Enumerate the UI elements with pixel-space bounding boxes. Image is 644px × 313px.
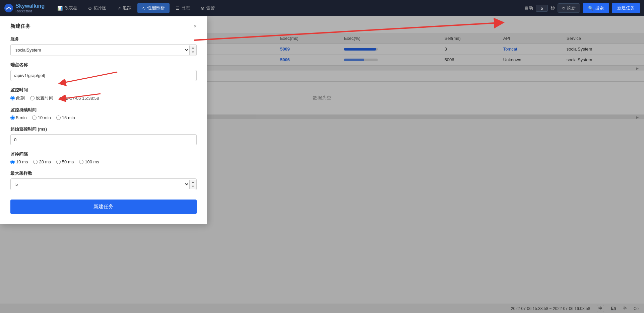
radio-20ms[interactable]: 20 ms <box>33 159 51 164</box>
chart-icon: 📊 <box>57 6 63 11</box>
radio-monitor-set-input[interactable] <box>30 96 35 100</box>
app-name: Skywalking <box>15 3 45 9</box>
radio-100ms-label: 100 ms <box>85 159 99 164</box>
max-samples-select-wrapper: 5 10 20 ▲ ▼ <box>10 178 197 190</box>
radio-50ms-input[interactable] <box>56 160 61 164</box>
nav-dashboard[interactable]: 📊 仪表盘 <box>53 3 82 13</box>
radio-monitor-set-label: 设置时间 <box>36 95 53 101</box>
max-samples-label: 最大采样数 <box>10 170 197 176</box>
auto-label: 自动 <box>524 5 533 11</box>
max-samples-spinners: ▲ ▼ <box>189 180 196 189</box>
nav-dashboard-label: 仪表盘 <box>64 5 77 11</box>
seconds-input[interactable] <box>536 5 548 12</box>
form-group-duration: 监控持续时间 5 min 10 min 15 min <box>10 107 197 120</box>
nav-performance[interactable]: ∿ 性能剖析 <box>137 3 170 13</box>
refresh-button[interactable]: ↻ 刷新 <box>558 3 580 13</box>
service-select-wrapper: socialSystem ▲ ▼ <box>10 44 197 56</box>
modal-title-bar: 新建任务 × <box>10 23 197 29</box>
log-icon: ☰ <box>176 6 180 11</box>
endpoint-input[interactable] <box>10 70 197 81</box>
form-group-interval: 监控间隔 10 ms 20 ms 50 ms 100 ms <box>10 151 197 164</box>
monitor-time-label: 监控时间 <box>10 87 197 93</box>
topology-icon: ⊙ <box>88 6 92 11</box>
nav-alert-label: 告警 <box>206 5 215 11</box>
seconds-label: 秒 <box>551 5 555 11</box>
nav-right: 自动 秒 ↻ 刷新 🔍 搜索 新建任务 <box>524 3 640 13</box>
form-group-endpoint: 端点名称 <box>10 62 197 81</box>
form-group-monitor-time: 监控时间 此刻 设置时间 2022-07-06 15:38:58 <box>10 87 197 101</box>
new-task-nav-label: 新建任务 <box>617 5 635 10</box>
new-task-nav-button[interactable]: 新建任务 <box>612 3 640 13</box>
duration-label: 监控持续时间 <box>10 107 197 113</box>
min-time-label: 起始监控时间 (ms) <box>10 126 197 132</box>
nav-log[interactable]: ☰ 日志 <box>171 3 195 13</box>
service-spinners: ▲ ▼ <box>189 46 196 55</box>
radio-50ms[interactable]: 50 ms <box>56 159 74 164</box>
app-logo: Skywalking Rocketbot <box>4 3 45 13</box>
top-navbar: Skywalking Rocketbot 📊 仪表盘 ⊙ 拓扑图 ↗ 追踪 ∿ … <box>0 0 644 16</box>
radio-10ms[interactable]: 10 ms <box>10 159 28 164</box>
max-samples-spinner-down[interactable]: ▼ <box>190 184 196 189</box>
modal-new-task: 新建任务 × 服务 socialSystem ▲ ▼ 端点名称 监控时间 此刻 <box>0 16 207 224</box>
monitor-time-radio-group: 此刻 设置时间 2022-07-06 15:38:58 <box>10 95 197 101</box>
modal-title-text: 新建任务 <box>10 23 30 29</box>
form-group-max-samples: 最大采样数 5 10 20 ▲ ▼ <box>10 170 197 190</box>
nav-trace-label: 追踪 <box>123 5 131 11</box>
trace-icon: ↗ <box>117 6 121 11</box>
search-button[interactable]: 🔍 搜索 <box>583 3 609 13</box>
radio-10min-label: 10 min <box>38 115 51 120</box>
radio-10min-input[interactable] <box>32 115 37 120</box>
radio-20ms-input[interactable] <box>33 160 38 164</box>
radio-monitor-now-input[interactable] <box>10 96 15 100</box>
endpoint-label: 端点名称 <box>10 62 197 68</box>
radio-15min[interactable]: 15 min <box>56 115 75 120</box>
max-samples-spinner-up[interactable]: ▲ <box>190 180 196 184</box>
form-group-service: 服务 socialSystem ▲ ▼ <box>10 36 197 56</box>
nav-topology-label: 拓扑图 <box>93 5 107 11</box>
interval-radio-group: 10 ms 20 ms 50 ms 100 ms <box>10 159 197 164</box>
search-label: 搜索 <box>595 5 604 11</box>
radio-100ms-input[interactable] <box>79 160 83 164</box>
nav-trace[interactable]: ↗ 追踪 <box>113 3 136 13</box>
nav-items: 📊 仪表盘 ⊙ 拓扑图 ↗ 追踪 ∿ 性能剖析 ☰ 日志 ⊙ 告警 <box>53 3 524 13</box>
interval-label: 监控间隔 <box>10 151 197 157</box>
refresh-label: 刷新 <box>567 5 576 11</box>
duration-radio-group: 5 min 10 min 15 min <box>10 115 197 120</box>
alert-icon: ⊙ <box>201 6 204 11</box>
nav-alert[interactable]: ⊙ 告警 <box>196 3 219 13</box>
refresh-icon: ↻ <box>562 6 566 11</box>
radio-10ms-label: 10 ms <box>16 159 28 164</box>
service-select[interactable]: socialSystem <box>11 45 189 56</box>
radio-50ms-label: 50 ms <box>62 159 74 164</box>
logo-icon <box>4 3 13 13</box>
monitor-set-time-value: 2022-07-06 15:38:58 <box>59 96 99 101</box>
modal-close-button[interactable]: × <box>194 24 197 29</box>
radio-100ms[interactable]: 100 ms <box>79 159 99 164</box>
radio-10ms-input[interactable] <box>10 160 15 164</box>
app-subname: Rocketbot <box>15 9 45 13</box>
nav-performance-label: 性能剖析 <box>147 5 165 11</box>
radio-monitor-set[interactable]: 设置时间 <box>30 95 53 101</box>
radio-20ms-label: 20 ms <box>39 159 51 164</box>
radio-monitor-now-label: 此刻 <box>16 95 25 101</box>
radio-15min-label: 15 min <box>62 115 75 120</box>
radio-15min-input[interactable] <box>56 115 61 120</box>
nav-topology[interactable]: ⊙ 拓扑图 <box>83 3 111 13</box>
nav-log-label: 日志 <box>181 5 190 11</box>
service-label: 服务 <box>10 36 197 42</box>
performance-icon: ∿ <box>142 6 146 11</box>
radio-5min-label: 5 min <box>16 115 27 120</box>
radio-5min[interactable]: 5 min <box>10 115 27 120</box>
search-icon: 🔍 <box>588 6 593 11</box>
radio-monitor-now[interactable]: 此刻 <box>10 95 25 101</box>
submit-button[interactable]: 新建任务 <box>10 200 197 214</box>
min-time-input[interactable] <box>10 134 197 145</box>
radio-5min-input[interactable] <box>10 115 15 120</box>
spinner-up[interactable]: ▲ <box>190 46 196 50</box>
spinner-down[interactable]: ▼ <box>190 50 196 55</box>
max-samples-select[interactable]: 5 10 20 <box>11 179 189 190</box>
radio-10min[interactable]: 10 min <box>32 115 51 120</box>
form-group-min-time: 起始监控时间 (ms) <box>10 126 197 145</box>
